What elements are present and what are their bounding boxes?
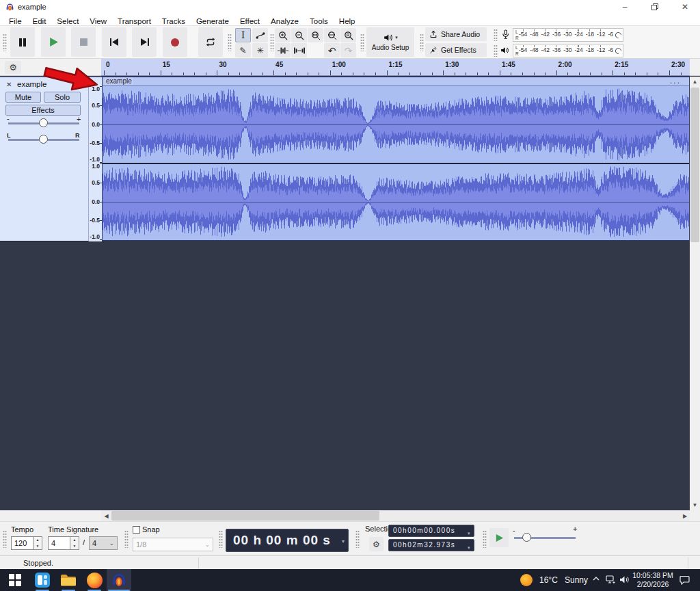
pause-icon [18, 38, 27, 47]
stop-button[interactable] [71, 27, 96, 57]
timeline-ruler[interactable]: 01530451:001:151:301:452:002:152:30 [101, 59, 690, 76]
zoom-selection-button[interactable] [308, 28, 323, 42]
track-name[interactable]: example [17, 80, 46, 88]
play-at-speed-grip[interactable] [483, 530, 487, 548]
zoom-fit-button[interactable] [324, 28, 340, 42]
vertical-scrollbar[interactable]: ▲ ▼ [690, 77, 700, 510]
taskbar-app-audacity-active[interactable] [107, 569, 131, 591]
network-button[interactable] [604, 573, 617, 586]
zoom-in-button[interactable] [275, 28, 291, 42]
horizontal-scrollbar-thumb[interactable] [111, 511, 379, 521]
time-display-grip[interactable] [219, 530, 223, 548]
record-button[interactable] [163, 27, 187, 57]
multi-tool-button[interactable]: ✳ [252, 43, 268, 57]
time-display[interactable]: 00 h 00 m 00 s ▾ [226, 529, 349, 552]
loop-button[interactable] [198, 27, 223, 57]
restore-button[interactable] [640, 0, 670, 14]
selection-tool-button[interactable]: I [235, 28, 251, 42]
timeline-minor-tick [590, 73, 591, 75]
edit-toolbar-grip[interactable] [270, 34, 274, 51]
play-button[interactable] [41, 27, 66, 57]
weather-temp[interactable]: 16°C [539, 575, 558, 585]
horizontal-scrollbar[interactable]: ◀ ▶ [101, 510, 690, 521]
selection-options-button[interactable]: ⚙ [369, 537, 383, 551]
taskbar-clock[interactable]: 10:05:38 PM 2/20/2026 [632, 571, 674, 589]
taskbar-app-file-explorer[interactable] [60, 572, 77, 588]
snap-toolbar-grip[interactable] [124, 530, 129, 548]
track-canvas-area[interactable]: ✕ example Mute Solo Effects - + L R 1.00… [0, 76, 700, 510]
time-toolbar-grip[interactable] [3, 530, 7, 548]
trim-audio-button[interactable] [275, 43, 291, 57]
zoom-fit-icon [327, 31, 337, 40]
mute-button[interactable]: Mute [5, 92, 41, 103]
timeline-minor-tick [602, 73, 602, 75]
weather-button[interactable] [518, 572, 535, 588]
scroll-down-icon[interactable]: ▼ [690, 502, 700, 508]
playback-meter[interactable]: LR -54-48-42-36-30-24-18-12-6 [513, 44, 623, 57]
gain-slider-knob[interactable] [39, 118, 48, 127]
scale-label: 0.0 [92, 198, 100, 205]
audio-clip[interactable]: example ... [102, 77, 690, 241]
timeline-major-tick [104, 70, 105, 75]
audio-setup-button[interactable]: ▾ Audio Setup [366, 27, 414, 57]
solo-button[interactable]: Solo [44, 92, 81, 103]
playback-meter-grip[interactable] [494, 44, 498, 57]
play-speed-knob[interactable] [522, 533, 531, 542]
time-signature-upper-input[interactable]: 4 [48, 536, 70, 550]
redo-button[interactable]: ↷ [340, 43, 356, 57]
scroll-left-icon[interactable]: ◀ [101, 513, 111, 519]
record-icon [170, 38, 180, 47]
selection-end-field[interactable]: 00h02m32.973s ▾ [388, 539, 474, 551]
transport-toolbar-grip[interactable] [3, 34, 7, 51]
audio-setup-grip[interactable] [360, 34, 364, 51]
snap-checkbox[interactable] [133, 526, 140, 534]
snap-select[interactable]: 1/8⌄ [133, 538, 213, 551]
envelope-tool-button[interactable] [252, 28, 268, 42]
close-track-icon[interactable]: ✕ [6, 81, 12, 88]
notification-center-button[interactable] [678, 574, 690, 586]
skip-to-end-button[interactable] [132, 27, 157, 57]
scroll-right-icon[interactable]: ▶ [680, 513, 690, 519]
vertical-scale-ruler[interactable]: 1.00.50.0-0.5-1.01.00.50.0-0.5-1.0 [89, 77, 102, 241]
tempo-spinner[interactable]: ▲▼ [33, 536, 42, 550]
tray-overflow-button[interactable] [591, 573, 602, 584]
play-at-speed-button[interactable] [489, 528, 509, 547]
clip-title[interactable]: example [105, 77, 133, 85]
speed-plus-label: + [573, 525, 577, 533]
share-toolbar-grip[interactable] [420, 34, 424, 51]
recording-meter-grip[interactable] [494, 29, 498, 41]
time-signature-lower-select[interactable]: 4⌄ [89, 536, 118, 550]
stop-icon [79, 38, 88, 47]
pause-button[interactable] [10, 27, 35, 57]
get-effects-button[interactable]: Get Effects [425, 43, 487, 57]
scroll-up-icon[interactable]: ▲ [690, 79, 700, 85]
vertical-scrollbar-thumb[interactable] [690, 88, 699, 242]
pan-slider-knob[interactable] [39, 135, 48, 144]
tempo-input[interactable]: 120 [11, 536, 33, 550]
clip-menu-button[interactable]: ... [670, 76, 681, 86]
close-button[interactable]: ✕ [670, 0, 700, 14]
effects-button[interactable]: Effects [5, 105, 81, 116]
tools-toolbar-grip[interactable] [228, 34, 232, 51]
taskbar-app-widgets[interactable] [34, 572, 51, 588]
meter-channel-labels: LR [515, 29, 519, 41]
clip-header[interactable]: example ... [103, 77, 689, 86]
selection-start-field[interactable]: 00h00m00.000s ▾ [388, 525, 474, 537]
silence-audio-button[interactable] [291, 43, 307, 57]
taskbar-app-firefox[interactable] [86, 572, 103, 588]
volume-button[interactable] [618, 573, 630, 586]
recording-meter[interactable]: LR -54-48-42-36-30-24-18-12-6 [513, 28, 623, 42]
start-button[interactable] [7, 572, 23, 588]
undo-button[interactable]: ↶ [324, 43, 340, 57]
waveform-canvas[interactable] [103, 86, 689, 240]
minimize-button[interactable]: – [610, 0, 640, 14]
zoom-out-button[interactable] [291, 28, 307, 42]
weather-condition[interactable]: Sunny [565, 575, 588, 585]
zoom-toggle-button[interactable] [340, 28, 356, 42]
skip-to-start-button[interactable] [102, 27, 126, 57]
time-signature-spinner[interactable]: ▲▼ [70, 536, 79, 550]
timeline-options-button[interactable]: ⚙ [5, 61, 21, 74]
share-audio-button[interactable]: Share Audio [425, 27, 487, 41]
selection-toolbar-grip[interactable] [355, 530, 360, 548]
draw-tool-button[interactable]: ✎ [235, 43, 251, 57]
